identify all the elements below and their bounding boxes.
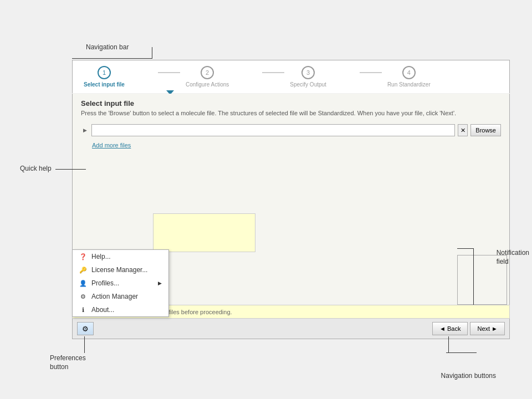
step-2-label: Configure Actions [186,81,229,88]
menu-profiles-label: Profiles... [91,279,119,287]
preferences-button[interactable]: ⚙ [77,322,94,335]
step-3-circle: 3 [301,66,315,79]
step-2-circle: 2 [201,66,214,79]
profiles-icon: 👤 [79,279,87,287]
file-input-row: ▶ ✕ Browse [73,121,509,140]
menu-item-license[interactable]: 🔑 License Manager... [73,263,168,277]
menu-license-label: License Manager... [91,266,147,274]
nav-bar-annotation: Navigation bar [86,43,129,51]
menu-help-label: Help... [91,253,111,260]
steps-bar: 1 Select input file 2 Configure Actions … [72,60,510,93]
quick-help-line [55,169,86,170]
action-manager-icon: ⚙ [79,293,87,300]
step-2[interactable]: 2 Configure Actions [186,66,229,88]
menu-item-help[interactable]: ❓ Help... [73,250,168,263]
step-1-label: Select input file [84,81,125,88]
notification-line-h [457,248,474,249]
file-clear-button[interactable]: ✕ [458,124,468,136]
quick-help-annotation: Quick help [20,165,52,172]
license-icon: 🔑 [79,266,87,274]
profiles-arrow-icon: ▶ [158,280,162,286]
bottom-bar: ⚙ ◄ Back Next ► [72,319,510,339]
content-header: Select input file Press the 'Browse' but… [73,94,509,121]
navbtn-line-h [446,352,477,353]
back-button[interactable]: ◄ Back [432,322,468,335]
prefs-line-v [84,336,85,353]
prefs-annotation: Preferencesbutton [50,354,86,371]
navbtn-annotation: Navigation buttons [441,372,496,380]
help-icon: ❓ [79,253,87,260]
step-connector-1 [158,72,180,73]
menu-action-manager-label: Action Manager [91,293,138,300]
notification-line-v [473,248,474,309]
context-menu: ❓ Help... 🔑 License Manager... 👤 Profile… [72,249,169,317]
step-3-label: Specify Output [290,81,326,88]
step-1[interactable]: 1 Select input file [84,66,125,88]
step-1-circle: 1 [98,66,111,79]
nav-bar-line [72,58,152,59]
step-connector-3 [360,72,382,73]
menu-item-action-manager[interactable]: ⚙ Action Manager [73,290,168,303]
quick-help-box [153,213,255,252]
menu-item-profiles[interactable]: 👤 Profiles... ▶ [73,277,168,290]
file-play-button[interactable]: ▶ [81,126,89,134]
nav-bar-line-v [152,47,152,59]
next-button[interactable]: Next ► [470,322,505,335]
menu-about-label: About... [91,306,114,314]
content-title: Select input file [81,99,501,108]
step-4-circle: 4 [402,66,416,79]
step-4-label: Run Standardizer [387,81,431,88]
file-path-input[interactable] [91,124,455,136]
content-desc: Press the 'Browse' button to select a mo… [81,110,501,116]
file-browse-button[interactable]: Browse [470,124,501,136]
step-4[interactable]: 4 Run Standardizer [387,66,431,88]
about-icon: ℹ [79,306,87,314]
menu-item-about[interactable]: ℹ About... [73,303,168,316]
add-more-files-link[interactable]: Add more files [73,140,509,151]
nav-buttons-group: ◄ Back Next ► [432,322,505,335]
navbtn-line-v [448,336,449,353]
notification-annotation: Notificationfield [497,248,529,266]
step-3[interactable]: 3 Specify Output [290,66,326,88]
step-connector-2 [262,72,284,73]
